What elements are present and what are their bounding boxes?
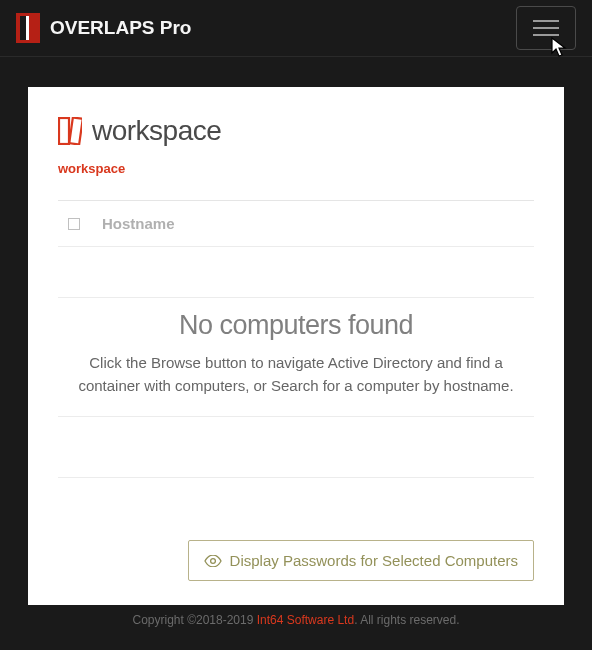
empty-state: No computers found Click the Browse butt… [58,297,534,417]
brand-logo-icon [16,13,40,43]
footer: Copyright ©2018-2019 Int64 Software Ltd.… [28,605,564,627]
footer-prefix: Copyright ©2018-2019 [132,613,256,627]
select-all-checkbox[interactable] [68,218,80,230]
empty-subtitle: Click the Browse button to navigate Acti… [66,351,526,398]
footer-suffix: . All rights reserved. [354,613,459,627]
page-title: workspace [92,115,221,147]
column-hostname: Hostname [102,215,175,232]
display-passwords-label: Display Passwords for Selected Computers [230,552,518,569]
svg-rect-2 [26,16,29,40]
breadcrumb[interactable]: workspace [58,161,534,176]
empty-title: No computers found [66,310,526,341]
brand-name: OVERLAPS Pro [50,17,191,39]
mouse-cursor-icon [551,37,569,59]
brand[interactable]: OVERLAPS Pro [16,13,191,43]
svg-point-5 [210,558,215,563]
app-header: OVERLAPS Pro [0,0,592,57]
page-title-row: workspace [58,115,534,147]
table-header: Hostname [58,200,534,247]
main-panel: workspace workspace Hostname No computer… [28,87,564,605]
action-row: Display Passwords for Selected Computers [58,477,534,581]
eye-icon [204,555,222,567]
svg-rect-4 [69,117,82,144]
footer-company[interactable]: Int64 Software Ltd [257,613,354,627]
svg-rect-3 [59,118,69,144]
menu-toggle-button[interactable] [516,6,576,50]
workspace-icon [58,117,82,145]
display-passwords-button[interactable]: Display Passwords for Selected Computers [188,540,534,581]
hamburger-icon [533,20,559,36]
content-wrap: workspace workspace Hostname No computer… [0,57,592,639]
